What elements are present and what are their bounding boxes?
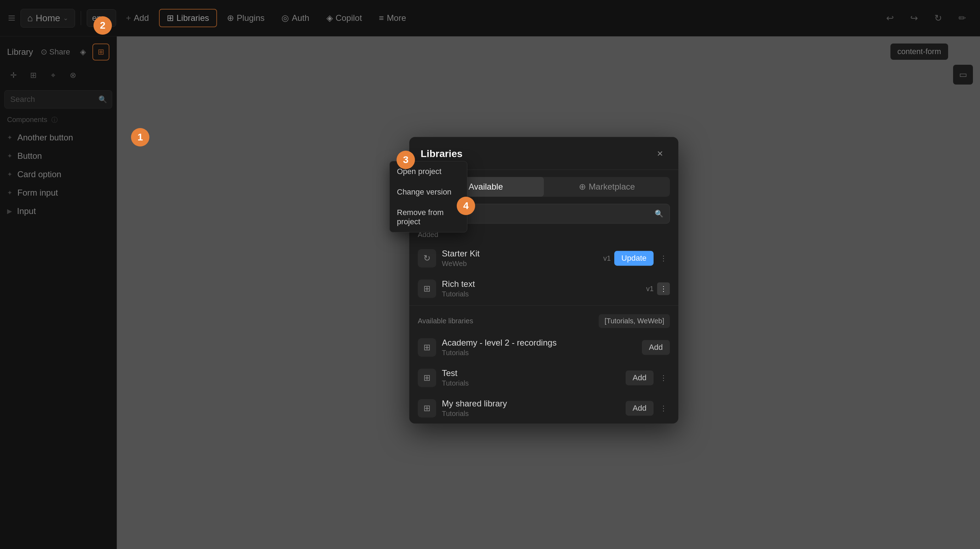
starter-kit-sub: WeWeb (442, 260, 598, 268)
marketplace-tab-label: Marketplace (589, 182, 635, 192)
step-badge-1: 1 (131, 128, 150, 146)
shared-add-button[interactable]: Add (625, 401, 654, 416)
context-menu-change-version[interactable]: Change version (390, 182, 467, 202)
step-badge-4: 4 (457, 197, 475, 215)
modal-search-icon: 🔍 (655, 209, 663, 218)
rich-text-sub: Tutorials (442, 290, 641, 298)
tab-marketplace[interactable]: ⊕ Marketplace (544, 177, 670, 197)
starter-kit-name: Starter Kit (442, 249, 598, 259)
test-more-button[interactable]: ⋮ (657, 371, 670, 384)
modal-close-button[interactable]: ✕ (653, 147, 667, 161)
test-sub: Tutorials (442, 379, 620, 387)
step-badge-2: 2 (94, 16, 112, 35)
rich-text-version: v1 (646, 285, 654, 293)
shared-sub: Tutorials (442, 409, 620, 418)
context-menu-remove[interactable]: Remove from project (390, 202, 467, 232)
rich-text-name: Rich text (442, 279, 641, 289)
test-actions: Add ⋮ (625, 370, 670, 385)
academy-sub: Tutorials (442, 349, 636, 357)
library-item-rich-text[interactable]: ⊞ Rich text Tutorials v1 ⋮ (409, 273, 678, 304)
marketplace-tab-icon: ⊕ (579, 182, 586, 192)
rich-text-more-button[interactable]: ⋮ (657, 282, 670, 295)
academy-actions: Add (642, 340, 670, 355)
shared-info: My shared library Tutorials (442, 399, 620, 418)
test-info: Test Tutorials (442, 368, 620, 387)
library-item-test[interactable]: ⊞ Test Tutorials Add ⋮ (409, 363, 678, 393)
available-tab-label: Available (469, 182, 503, 192)
starter-kit-icon: ↻ (418, 249, 436, 267)
academy-name: Academy - level 2 - recordings (442, 338, 636, 348)
shared-more-button[interactable]: ⋮ (657, 402, 670, 414)
shared-icon: ⊞ (418, 399, 436, 417)
library-item-shared[interactable]: ⊞ My shared library Tutorials Add ⋮ (409, 393, 678, 424)
modal-title: Libraries (421, 148, 462, 160)
available-header: Available libraries [Tutorials, WeWeb] (409, 307, 678, 332)
shared-actions: Add ⋮ (625, 401, 670, 416)
starter-kit-actions: v1 Update ⋮ (603, 251, 670, 266)
shared-name: My shared library (442, 399, 620, 409)
academy-icon: ⊞ (418, 338, 436, 357)
starter-kit-version: v1 (603, 254, 611, 262)
starter-kit-info: Starter Kit WeWeb (442, 249, 598, 268)
rich-text-actions: v1 ⋮ (646, 282, 670, 295)
academy-info: Academy - level 2 - recordings Tutorials (442, 338, 636, 357)
academy-add-button[interactable]: Add (642, 340, 670, 355)
test-icon: ⊞ (418, 368, 436, 387)
step-badge-3: 3 (396, 151, 415, 169)
library-item-starter-kit[interactable]: ↻ Starter Kit WeWeb v1 Update ⋮ (409, 243, 678, 273)
test-add-button[interactable]: Add (625, 370, 654, 385)
rich-text-info: Rich text Tutorials (442, 279, 641, 298)
starter-kit-more-button[interactable]: ⋮ (657, 252, 670, 265)
available-section-label: Available libraries (418, 317, 473, 325)
rich-text-icon: ⊞ (418, 279, 436, 298)
modal-divider (409, 305, 678, 306)
starter-kit-update-button[interactable]: Update (614, 251, 654, 266)
available-filter-button[interactable]: [Tutorials, WeWeb] (599, 314, 670, 328)
context-menu: Open project Change version Remove from … (390, 161, 467, 232)
test-name: Test (442, 368, 620, 378)
library-item-academy[interactable]: ⊞ Academy - level 2 - recordings Tutoria… (409, 332, 678, 363)
